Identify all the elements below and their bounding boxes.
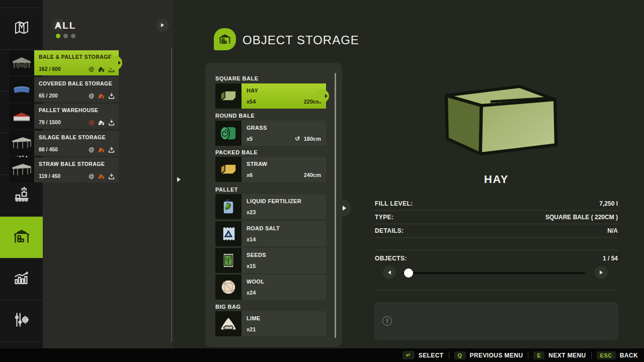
chevron-right-icon [161,23,164,27]
detail-label: DETAILS: [375,227,404,234]
download-icon [108,120,115,126]
storage-item-covered-bale[interactable]: COVERED BALE STORAGE 65 / 200 @ [9,77,119,102]
section-label: ROUND BALE [215,113,255,119]
e-key-badge: E [533,351,544,359]
object-storage-icon [214,28,236,50]
sidebar-item-settings[interactable] [0,300,43,341]
action-label: BACK [620,352,638,359]
storage-item-count: 79 / 1500 [39,119,61,125]
tractor-icon [98,147,105,152]
detail-value: 7,250 l [599,200,618,207]
section-label: BIG BAG [215,304,241,310]
action-select[interactable]: ↵ SELECT [403,351,443,359]
object-count: x14 [247,236,256,242]
object-count: x21 [247,326,256,332]
detail-row-fill-level: FILL LEVEL: 7,250 l [375,197,618,211]
settings-icon [12,310,31,331]
production-icon [12,185,31,206]
seeds-packet-thumbnail [215,248,242,273]
object-row-seeds[interactable]: SEEDS x15 [215,248,326,273]
objects-slider-handle[interactable] [404,268,413,278]
object-row-lime[interactable]: LIME x21 [215,311,326,336]
action-label: NEXT MENU [548,352,586,359]
object-name: SEEDS [247,252,321,258]
loading-trigger-icon: @ [89,93,94,99]
tractor-icon [98,93,105,99]
storage-item-name: PALLET WAREHOUSE [39,107,114,113]
section-label: PALLET [215,187,238,193]
object-row-road-salt[interactable]: ROAD SALT x14 [215,221,326,246]
page-indicator [0,34,131,38]
left-panel-scrollbar[interactable] [171,48,172,342]
category-title: ALL [0,20,131,31]
object-name: HAY [247,87,321,94]
object-count: x54 [247,99,256,105]
action-previous-menu[interactable]: Q PREVIOUS MENU [454,351,523,359]
page-dot [63,34,68,38]
divider [375,290,618,291]
storage-item-bale-pallet[interactable]: BALE & PALLET STORAGE 162 / 600 @ [9,50,119,75]
object-size: 180cm [304,136,321,142]
action-next-menu[interactable]: E NEXT MENU [533,351,586,359]
object-count: x15 [247,263,256,269]
object-panel-expand-arrow-icon[interactable] [343,206,346,211]
object-row-wool[interactable]: WOOL x24 [215,275,326,300]
info-alert-icon: ! [382,316,392,326]
selected-object-title: HAY [375,173,618,186]
road-salt-bag-thumbnail [215,221,242,246]
stats-icon [12,268,31,290]
objects-label: OBJECTS: [375,255,407,262]
objects-value: 1 / 54 [603,255,618,262]
storage-item-silage-bale[interactable]: SILAGE BALE STORAGE 88 / 450 @ [9,131,119,156]
selected-item-arrow-icon [118,61,121,65]
lime-bag-thumbnail [215,311,242,336]
round-bale-thumbnail [215,121,242,146]
object-row-grass[interactable]: GRASS x5 ↺ 180cm [215,121,326,146]
slider-increment-button[interactable] [595,266,608,279]
divider [591,352,592,359]
sidebar-item-statistics[interactable] [0,258,43,300]
esc-key-badge: ESC [597,351,616,359]
detail-label: FILL LEVEL: [375,200,413,207]
object-count: x5 [247,136,253,142]
sidebar-item-storage[interactable] [0,216,43,258]
page-title: OBJECT STORAGE [243,33,359,47]
storage-item-count: 88 / 450 [39,146,58,152]
object-row-straw[interactable]: STRAW x6 240cm [215,157,326,182]
object-list-scrollbar[interactable] [335,73,336,338]
object-row-liquid-fertilizer[interactable]: LIQUID FERTILIZER x23 [215,194,326,219]
action-label: PREVIOUS MENU [470,352,523,359]
object-size: 240cm [304,172,321,178]
detail-row-type: TYPE: SQUARE BALE ( 220CM ) [375,211,618,224]
storage-item-pallet-warehouse[interactable]: PALLET WAREHOUSE 79 / 1500 @ [9,104,119,129]
storage-item-name: COVERED BALE STORAGE [39,80,114,86]
covered-storage-thumbnail [9,77,34,102]
tractor-icon [98,173,105,179]
tractor-icon [98,66,105,72]
object-name: LIQUID FERTILIZER [247,198,321,204]
chevron-left-icon [388,270,391,275]
storage-item-name: STRAW BALE STORAGE [39,161,114,167]
loading-trigger-icon: @ [89,119,94,126]
object-row-hay[interactable]: HAY x54 220cm [215,83,326,109]
left-panel-expand-arrow-icon[interactable] [177,177,181,182]
objects-slider-track[interactable] [403,272,585,274]
objects-count-row: OBJECTS: 1 / 54 [375,250,618,262]
detail-label: TYPE: [375,214,393,221]
object-name: WOOL [247,279,321,285]
q-key-badge: Q [454,351,466,359]
next-page-button[interactable] [156,19,169,32]
download-icon [108,93,115,99]
tractor-icon [98,120,105,125]
detail-row-details: DETAILS: N/A [375,224,618,238]
storage-item-straw-bale[interactable]: STRAW BALE STORAGE 119 / 450 @ [9,157,119,183]
shelter-thumbnail [9,131,34,156]
packed-bale-thumbnail [215,157,242,182]
loading-trigger-icon: @ [89,173,94,179]
download-icon [108,173,115,179]
action-back[interactable]: ESC BACK [597,351,638,359]
slider-decrement-button[interactable] [383,266,396,279]
object-count: x23 [247,209,256,215]
action-label: SELECT [419,352,444,359]
shed-thumbnail [9,50,34,75]
